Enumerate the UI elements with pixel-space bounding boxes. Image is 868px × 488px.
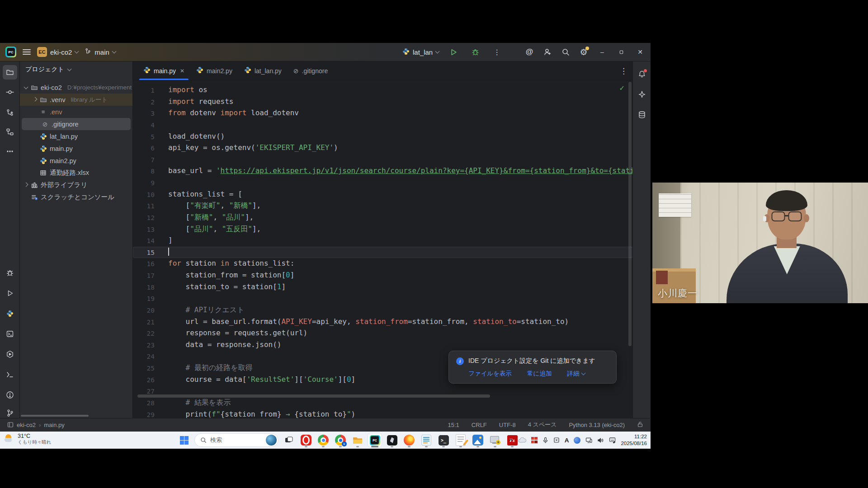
- tree-item-.env[interactable]: ≡.env: [20, 106, 132, 118]
- taskbar-app-notepad[interactable]: [454, 433, 467, 447]
- window-close-button[interactable]: ✕: [632, 45, 648, 59]
- vcs-branch-widget[interactable]: main: [85, 48, 116, 56]
- code-line[interactable]: 12 ["新橋", "品川"],: [133, 212, 633, 224]
- code-line[interactable]: 23 data = response.json(): [133, 339, 633, 351]
- code-line[interactable]: 28 # 結果を表示: [133, 397, 633, 409]
- inspections-ok-check-icon[interactable]: ✓: [619, 84, 625, 92]
- tray-security-app-icon[interactable]: [531, 437, 538, 443]
- taskbar-app-chrome[interactable]: [316, 433, 330, 447]
- tray-language-bar-icon[interactable]: [609, 437, 616, 443]
- tab-close-icon[interactable]: ✕: [180, 68, 184, 74]
- code-line[interactable]: 14]: [133, 235, 633, 247]
- code-line[interactable]: 6api_key = os.getenv('EKISPERT_API_KEY'): [133, 142, 633, 154]
- taskbar-app-notepad-plus[interactable]: [420, 433, 433, 447]
- tab-options-kebab-icon[interactable]: ⋮: [620, 61, 627, 80]
- notifications-bell-icon[interactable]: [635, 67, 649, 81]
- code-line[interactable]: 16for station in stations_list:: [133, 258, 633, 270]
- python-console-icon[interactable]: [3, 327, 17, 341]
- code-line[interactable]: 11 ["有楽町", "新橋"],: [133, 200, 633, 212]
- code-line[interactable]: 5load_dotenv(): [133, 131, 633, 143]
- taskbar-app-terminal[interactable]: >_: [437, 433, 450, 447]
- taskbar-app-chrome-profile[interactable]: k: [334, 433, 347, 447]
- taskbar-app-pycharm[interactable]: PC: [368, 433, 382, 447]
- window-minimize-button[interactable]: –: [594, 45, 610, 59]
- tray-microphone-icon[interactable]: [542, 437, 548, 444]
- tree-item-main2.py[interactable]: main2.py: [20, 155, 132, 167]
- unlocked-padlock-icon[interactable]: [637, 421, 643, 429]
- structure-icon[interactable]: [3, 125, 17, 139]
- status-item[interactable]: 15:1: [448, 422, 459, 428]
- code-line[interactable]: 7: [133, 154, 633, 166]
- status-item[interactable]: UTF-8: [499, 422, 516, 428]
- tray-ime-sphere-icon[interactable]: [574, 437, 580, 444]
- code-line[interactable]: 3from dotenv import load_dotenv: [133, 108, 633, 119]
- taskbar-search-input[interactable]: 検索: [194, 433, 278, 447]
- debug-icon[interactable]: [3, 266, 17, 280]
- run-icon[interactable]: [3, 286, 17, 300]
- taskbar-app-photos[interactable]: [471, 433, 485, 447]
- tree-item-main.py[interactable]: main.py: [20, 142, 132, 155]
- terminal-icon[interactable]: [3, 367, 17, 382]
- taskbar-app-remote-desktop[interactable]: +: [488, 433, 502, 447]
- code-line[interactable]: 4: [133, 119, 633, 131]
- database-icon[interactable]: [635, 108, 649, 122]
- taskbar-app-obsidian[interactable]: [385, 433, 399, 447]
- tab-main2.py[interactable]: main2.py: [190, 61, 238, 80]
- taskbar-app-opera[interactable]: [299, 433, 313, 447]
- weather-widget[interactable]: 31°C くもり時々晴れ: [5, 433, 51, 445]
- code-line[interactable]: 9: [133, 177, 633, 189]
- tree-item-通勤経路.xlsx[interactable]: 通勤経路.xlsx: [20, 167, 132, 179]
- search-everywhere-icon[interactable]: [558, 45, 573, 59]
- services-icon[interactable]: [3, 347, 17, 361]
- code-line[interactable]: 15: [133, 247, 633, 258]
- debug-button[interactable]: [468, 45, 482, 59]
- taskbar-clock[interactable]: 11:22 2025/08/16: [621, 433, 647, 447]
- taskbar-app-task-view[interactable]: [282, 433, 296, 447]
- start-button[interactable]: [177, 433, 191, 447]
- notification-show-files-link[interactable]: ファイルを表示: [468, 370, 512, 378]
- run-more-kebab-icon[interactable]: ⋮: [490, 45, 504, 59]
- search-daily-image[interactable]: [266, 435, 277, 446]
- code-line[interactable]: 22 response = requests.get(url): [133, 328, 633, 339]
- code-line[interactable]: 8base_url = 'https://api.ekispert.jp/v1/…: [133, 165, 633, 177]
- code-line[interactable]: 20 # APIリクエスト: [133, 305, 633, 316]
- editor-hscrollbar[interactable]: [137, 394, 490, 398]
- code-line[interactable]: 21 url = base_url.format(API_KEY=api_key…: [133, 316, 633, 328]
- tree-item-スクラッチとコンソール[interactable]: スクラッチとコンソール: [20, 191, 132, 203]
- tab-lat_lan.py[interactable]: lat_lan.py: [238, 61, 288, 80]
- taskbar-app-firefox[interactable]: [402, 433, 416, 447]
- tray-display-cast-icon[interactable]: [585, 437, 592, 443]
- tree-item-外部ライブラリ[interactable]: 外部ライブラリ: [20, 179, 132, 191]
- status-item[interactable]: CRLF: [472, 422, 487, 428]
- tab-main.py[interactable]: main.py✕: [137, 61, 190, 80]
- code-line[interactable]: 17 station_from = station[0]: [133, 270, 633, 282]
- tab-.gitignore[interactable]: ⊘.gitignore: [288, 61, 334, 80]
- tree-item-eki-co2[interactable]: eki-co2D:¥projects¥experiment: [20, 81, 132, 94]
- tray-volume-icon[interactable]: [597, 437, 604, 443]
- project-panel-hscrollbar[interactable]: [21, 415, 89, 417]
- code-line[interactable]: 1import os: [133, 84, 633, 96]
- pull-requests-icon[interactable]: [3, 105, 17, 120]
- project-widget[interactable]: EC eki-co2: [37, 47, 78, 57]
- more-icon[interactable]: [3, 144, 17, 159]
- tree-item-lat_lan.py[interactable]: lat_lan.py: [20, 130, 132, 142]
- tray-snipping-icon[interactable]: [553, 437, 560, 443]
- run-button[interactable]: [446, 45, 461, 59]
- code-line[interactable]: 10stations_list = [: [133, 189, 633, 201]
- status-item[interactable]: 4 スペース: [528, 421, 557, 429]
- tray-ime-a-icon[interactable]: A: [565, 437, 569, 444]
- code-line[interactable]: 19: [133, 293, 633, 305]
- notification-always-add-link[interactable]: 常に追加: [527, 370, 552, 378]
- ai-assistant-icon[interactable]: @: [522, 45, 537, 59]
- tray-tray-chevron-icon[interactable]: [508, 437, 514, 443]
- breadcrumb[interactable]: eki-co2 › main.py: [7, 422, 65, 428]
- code-line[interactable]: 18 station_to = station[1]: [133, 282, 633, 293]
- problems-icon[interactable]: [3, 388, 17, 402]
- taskbar-app-explorer[interactable]: [351, 433, 364, 447]
- run-configuration-selector[interactable]: lat_lan: [402, 48, 439, 56]
- python-packages-icon[interactable]: [3, 306, 17, 321]
- notification-details-link[interactable]: 詳細: [567, 370, 585, 378]
- code-line[interactable]: 2import requests: [133, 96, 633, 108]
- code-with-me-icon[interactable]: [540, 45, 555, 59]
- settings-gear-icon[interactable]: ⚙: [576, 45, 591, 59]
